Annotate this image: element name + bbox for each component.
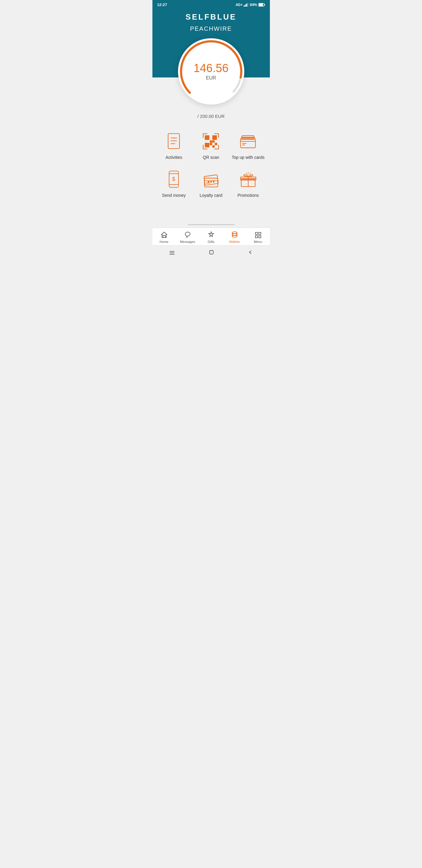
svg-rect-52 <box>259 236 261 238</box>
nav-item-messages[interactable]: Messages <box>177 231 198 244</box>
android-recent-btn[interactable] <box>169 250 175 256</box>
account-name: PEACHWIRE <box>153 25 270 32</box>
actions-row-1: Activities <box>155 131 267 160</box>
nav-label-home: Home <box>160 240 168 244</box>
messages-icon <box>184 231 192 239</box>
action-promotions[interactable]: Promotions <box>232 169 265 198</box>
svg-point-32 <box>208 181 209 183</box>
svg-rect-6 <box>264 4 265 5</box>
actions-grid: Activities <box>153 125 270 210</box>
svg-point-7 <box>178 38 244 104</box>
nav-divider-area <box>153 222 270 227</box>
bottom-nav: Home Messages Gifts Wallets <box>153 227 270 245</box>
top-up-cards-label: Top up with cards <box>232 155 264 160</box>
nav-label-menu: Menu <box>254 240 262 244</box>
network-type: 4G+ <box>235 3 242 7</box>
nav-item-wallets[interactable]: Wallets <box>224 231 245 244</box>
svg-rect-3 <box>247 3 248 7</box>
svg-point-46 <box>232 236 237 237</box>
svg-rect-49 <box>255 232 258 235</box>
status-right: 4G+ 84% <box>235 3 265 7</box>
svg-rect-13 <box>205 135 209 140</box>
action-activities[interactable]: Activities <box>157 131 190 160</box>
svg-rect-50 <box>259 232 261 235</box>
status-time: 12:27 <box>157 2 167 7</box>
nav-label-gifts: Gifts <box>207 240 215 244</box>
activities-icon <box>163 131 184 152</box>
loyalty-card-icon <box>200 169 221 190</box>
svg-rect-5 <box>259 4 263 6</box>
divider-line <box>188 224 235 225</box>
nav-label-messages: Messages <box>180 240 195 244</box>
svg-point-8 <box>178 38 244 104</box>
top-up-cards-icon <box>238 131 259 152</box>
svg-point-45 <box>232 234 237 236</box>
svg-rect-35 <box>204 178 218 187</box>
promotions-label: Promotions <box>237 193 259 198</box>
battery-level: 84% <box>250 3 257 7</box>
svg-rect-51 <box>255 236 258 238</box>
nav-item-home[interactable]: Home <box>154 231 175 244</box>
menu-icon <box>254 231 262 239</box>
promotions-icon <box>238 169 259 190</box>
action-qr-scan[interactable]: QR scan <box>194 131 227 160</box>
svg-rect-1 <box>245 4 246 7</box>
balance-max: / 200.00 EUR <box>153 111 270 119</box>
gifts-icon <box>207 231 215 239</box>
loyalty-card-label: Loyalty card <box>200 193 222 198</box>
actions-row-2: $ Send money Loyalty card <box>155 169 267 198</box>
svg-rect-20 <box>213 146 215 147</box>
battery-icon <box>258 3 265 7</box>
home-icon <box>160 231 168 239</box>
action-send-money[interactable]: $ Send money <box>157 169 190 198</box>
android-nav-bar <box>153 245 270 260</box>
wallets-icon <box>231 231 238 239</box>
svg-rect-16 <box>210 141 212 143</box>
svg-rect-56 <box>209 250 213 254</box>
svg-rect-17 <box>213 141 215 143</box>
send-money-label: Send money <box>162 193 186 198</box>
nav-label-wallets: Wallets <box>229 240 240 244</box>
android-back-btn[interactable] <box>248 249 253 257</box>
nav-item-gifts[interactable]: Gifts <box>201 231 222 244</box>
spacer <box>153 210 270 222</box>
send-money-icon: $ <box>163 169 184 190</box>
svg-rect-31 <box>204 175 218 185</box>
svg-rect-19 <box>215 143 217 145</box>
svg-rect-42 <box>163 236 165 238</box>
balance-arc <box>178 38 244 104</box>
signal-icon <box>244 3 249 7</box>
svg-rect-14 <box>213 135 217 140</box>
svg-marker-43 <box>209 232 214 237</box>
svg-rect-0 <box>244 5 245 7</box>
android-home-btn[interactable] <box>208 249 215 257</box>
action-top-up-cards[interactable]: Top up with cards <box>232 131 265 160</box>
svg-text:$: $ <box>172 176 175 182</box>
qr-scan-label: QR scan <box>203 155 219 160</box>
balance-circle: 146.56 EUR <box>178 38 244 104</box>
svg-point-34 <box>213 181 215 183</box>
svg-rect-18 <box>210 143 212 145</box>
svg-point-44 <box>232 232 237 234</box>
nav-item-menu[interactable]: Menu <box>248 231 269 244</box>
activities-label: Activities <box>166 155 182 160</box>
svg-point-33 <box>210 181 212 183</box>
svg-rect-24 <box>242 135 254 138</box>
svg-rect-15 <box>205 143 209 147</box>
qr-scan-icon <box>200 131 221 152</box>
action-loyalty-card[interactable]: Loyalty card <box>194 169 227 198</box>
app-logo: SELFBLUE <box>153 12 270 22</box>
status-bar: 12:27 4G+ 84% <box>153 0 270 9</box>
svg-rect-2 <box>246 4 247 7</box>
